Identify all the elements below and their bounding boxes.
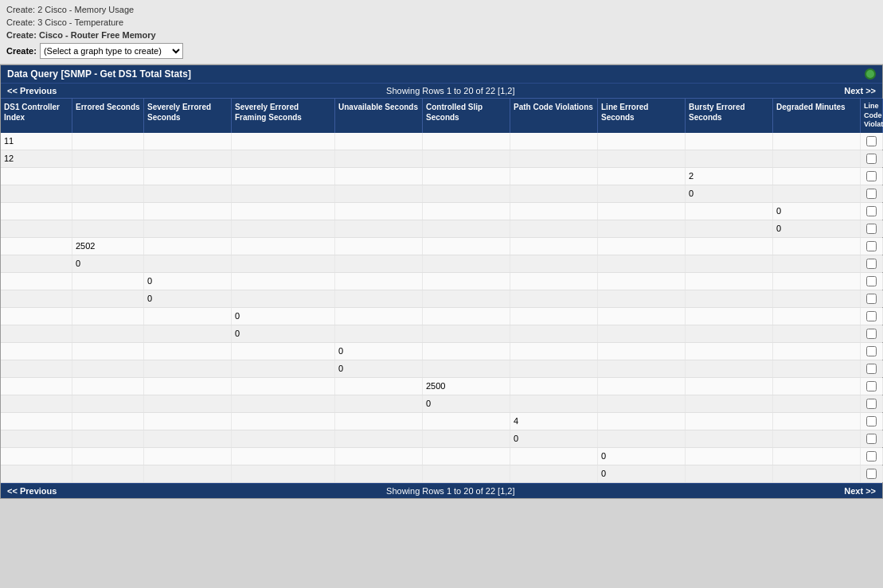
prev-button-top[interactable]: << Previous	[7, 86, 57, 95]
table-cell[interactable]	[861, 238, 883, 255]
dq-nav-bar-top: << Previous Showing Rows 1 to 20 of 22 […	[1, 83, 882, 98]
table-cell	[773, 378, 861, 395]
table-cell[interactable]	[861, 360, 883, 377]
row-checkbox[interactable]	[866, 329, 877, 339]
table-cell[interactable]	[861, 203, 883, 220]
create-row-2: Create: 3 Cisco - Temperature	[6, 16, 877, 29]
table-cell[interactable]	[861, 133, 883, 150]
row-checkbox[interactable]	[866, 276, 877, 286]
table-cell	[686, 308, 773, 325]
table-cell[interactable]	[861, 325, 883, 342]
table-cell	[510, 255, 598, 272]
col-ds1: DS1 Controller Index	[1, 99, 72, 133]
table-cell[interactable]	[861, 168, 883, 185]
table-cell[interactable]	[861, 290, 883, 307]
table-cell[interactable]	[861, 273, 883, 290]
table-cell	[144, 343, 232, 360]
row-checkbox[interactable]	[866, 241, 877, 251]
table-cell[interactable]	[861, 308, 883, 325]
row-checkbox[interactable]	[866, 381, 877, 391]
row-checkbox[interactable]	[866, 294, 877, 304]
table-cell	[144, 430, 232, 447]
row-checkbox[interactable]	[866, 171, 877, 181]
table-cell: 0	[335, 343, 423, 360]
table-cell[interactable]	[861, 150, 883, 167]
table-cell[interactable]	[861, 395, 883, 412]
row-checkbox[interactable]	[866, 364, 877, 374]
table-cell	[232, 255, 335, 272]
table-row: 0	[1, 273, 882, 290]
table-cell	[335, 413, 423, 430]
table-cell	[1, 290, 72, 307]
table-cell	[232, 343, 335, 360]
next-button-bottom[interactable]: Next >>	[844, 486, 876, 496]
table-cell	[72, 273, 144, 290]
row-checkbox[interactable]	[866, 189, 877, 199]
row-checkbox[interactable]	[866, 346, 877, 356]
table-cell	[423, 413, 510, 430]
row-checkbox[interactable]	[866, 399, 877, 409]
table-cell[interactable]	[861, 185, 883, 202]
table-cell[interactable]	[861, 430, 883, 447]
table-cell	[598, 395, 686, 412]
create-select-wrap: (Select a graph type to create)	[40, 43, 183, 59]
table-cell	[72, 150, 144, 167]
table-row: 2500	[1, 378, 882, 395]
table-cell	[72, 413, 144, 430]
table-cell	[335, 220, 423, 237]
col-severely-errored: Severely Errored Seconds	[144, 99, 232, 133]
create-label-1: Create: 2 Cisco - Memory Usage	[6, 5, 134, 14]
row-checkbox[interactable]	[866, 154, 877, 164]
table-cell	[510, 465, 598, 482]
table-cell	[335, 150, 423, 167]
table-cell	[598, 220, 686, 237]
row-checkbox[interactable]	[866, 259, 877, 269]
row-checkbox[interactable]	[866, 206, 877, 216]
table-cell[interactable]	[861, 378, 883, 395]
row-checkbox[interactable]	[866, 136, 877, 146]
table-cell: 0	[335, 360, 423, 377]
table-cell	[144, 133, 232, 150]
table-cell[interactable]	[861, 220, 883, 237]
create-row-4: Create: (Select a graph type to create)	[6, 41, 877, 60]
table-cell	[510, 168, 598, 185]
table-cell	[423, 220, 510, 237]
table-cell[interactable]	[861, 343, 883, 360]
row-checkbox[interactable]	[866, 224, 877, 234]
row-checkbox[interactable]	[866, 434, 877, 444]
table-cell[interactable]	[861, 255, 883, 272]
refresh-icon[interactable]	[865, 68, 876, 80]
table-row: 0	[1, 448, 882, 465]
table-cell	[72, 360, 144, 377]
graph-type-select[interactable]: (Select a graph type to create)	[40, 43, 183, 59]
data-query-section: Data Query [SNMP - Get DS1 Total Stats] …	[0, 64, 883, 499]
table-row: 2502	[1, 238, 882, 255]
col-line-errored: Line Errored Seconds	[598, 99, 686, 133]
table-cell	[773, 150, 861, 167]
row-checkbox[interactable]	[866, 451, 877, 461]
prev-button-bottom[interactable]: << Previous	[7, 486, 57, 496]
table-cell	[72, 203, 144, 220]
table-cell	[686, 255, 773, 272]
row-checkbox[interactable]	[866, 469, 877, 479]
table-cell	[232, 448, 335, 465]
table-cell	[510, 290, 598, 307]
table-cell	[686, 238, 773, 255]
next-button-top[interactable]: Next >>	[844, 86, 876, 95]
table-cell[interactable]	[861, 465, 883, 482]
row-checkbox[interactable]	[866, 416, 877, 426]
row-checkbox[interactable]	[866, 311, 877, 321]
table-cell[interactable]	[861, 448, 883, 465]
table-cell	[773, 185, 861, 202]
table-row: 0	[1, 185, 882, 203]
table-cell[interactable]	[861, 413, 883, 430]
table-cell: 0	[232, 308, 335, 325]
col-bursty: Bursty Errored Seconds	[686, 99, 773, 133]
table-cell	[335, 255, 423, 272]
table-cell	[144, 465, 232, 482]
table-cell	[686, 273, 773, 290]
table-cell: 0	[144, 273, 232, 290]
table-cell	[598, 238, 686, 255]
table-cell	[598, 203, 686, 220]
table-cell	[598, 325, 686, 342]
